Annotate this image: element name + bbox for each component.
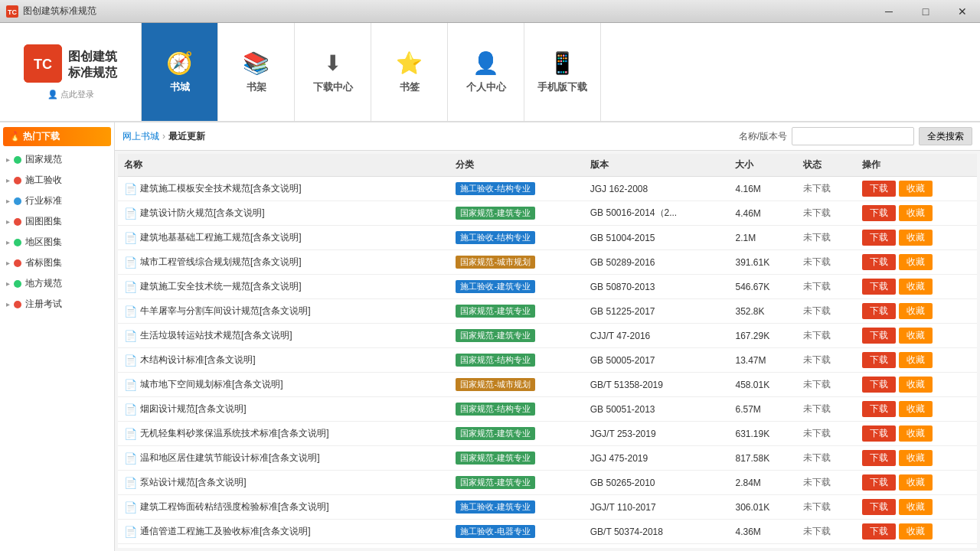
cell-status: 未下载: [797, 495, 855, 520]
download-center-icon: ⬇: [324, 51, 341, 76]
login-link[interactable]: 👤 点此登录: [47, 89, 94, 100]
cell-version: GB/T 51358-2019: [584, 373, 730, 397]
search-button[interactable]: 全类搜索: [919, 127, 972, 145]
table-row: 📄木结构设计标准[含条文说明]国家规范-结构专业GB 50005-201713.…: [118, 348, 977, 373]
sidebar-item-construction[interactable]: ▸ 施工验收: [0, 170, 114, 191]
collect-button[interactable]: 收藏: [899, 279, 933, 295]
file-icon: 📄: [124, 403, 137, 416]
sidebar-dot: [14, 280, 21, 288]
table-header: 名称 分类 版本 大小 状态 操作: [118, 154, 977, 177]
download-button[interactable]: 下载: [862, 181, 896, 197]
logo-icon: TC: [24, 44, 62, 83]
download-button[interactable]: 下载: [862, 303, 896, 319]
tab-download-center[interactable]: ⬇ 下载中心: [295, 23, 371, 121]
collect-button[interactable]: 收藏: [899, 425, 933, 442]
sidebar-item-provincial[interactable]: ▸ 省标图集: [0, 253, 114, 273]
collect-button[interactable]: 收藏: [899, 181, 933, 197]
category-badge: 国家规范-城市规划: [456, 378, 535, 391]
category-badge: 国家规范-城市规划: [456, 256, 535, 269]
sidebar-dot: [14, 259, 21, 267]
cell-version: GB 50051-2013: [584, 397, 730, 422]
download-button[interactable]: 下载: [862, 254, 896, 270]
download-button[interactable]: 下载: [862, 450, 896, 466]
collect-button[interactable]: 收藏: [899, 254, 933, 270]
category-badge: 国家规范-建筑专业: [456, 305, 535, 318]
download-button[interactable]: 下载: [862, 230, 896, 246]
tab-mobile[interactable]: 📱 手机版下载: [524, 23, 601, 121]
table-row: 📄无机轻集料砂浆保温系统技术标准[含条文说明]国家规范-建筑专业JGJ/T 25…: [118, 422, 977, 446]
logo-area: TC 图创建筑 标准规范 👤 点此登录: [0, 23, 142, 121]
download-button[interactable]: 下载: [862, 401, 896, 417]
download-button[interactable]: 下载: [862, 279, 896, 295]
cell-name: 📄城市地下空间规划标准[含条文说明]: [118, 373, 449, 397]
cell-action: 下载收藏: [856, 373, 977, 397]
tab-bookmark[interactable]: ⭐ 书签: [371, 23, 448, 121]
breadcrumb-home[interactable]: 网上书城: [122, 130, 159, 143]
table-row: 📄建筑工程饰面砖粘结强度检验标准[含条文说明]施工验收-建筑专业JGJ/T 11…: [118, 495, 977, 520]
category-badge: 国家规范-建筑专业: [456, 452, 535, 465]
download-button[interactable]: 下载: [862, 425, 896, 442]
sidebar-item-national[interactable]: ▸ 国家规范: [0, 149, 114, 170]
sidebar-item-registration[interactable]: ▸ 注册考试: [0, 294, 114, 315]
sidebar-item-atlas[interactable]: ▸ 国图图集: [0, 211, 114, 232]
sidebar-item-industry[interactable]: ▸ 行业标准: [0, 191, 114, 211]
maximize-button[interactable]: □: [908, 0, 943, 23]
collect-button[interactable]: 收藏: [899, 205, 933, 221]
close-button[interactable]: ✕: [945, 0, 980, 23]
cell-status: 未下载: [797, 422, 855, 446]
file-name: 牛羊屠宰与分割车间设计规范[含条文说明]: [140, 305, 311, 318]
cell-action: 下载收藏: [856, 250, 977, 275]
table-row: 📄烟囱设计规范[含条文说明]国家规范-结构专业GB 50051-20136.57…: [118, 397, 977, 422]
collect-button[interactable]: 收藏: [899, 499, 933, 515]
tab-bookstore[interactable]: 🧭 书城: [142, 23, 218, 121]
download-button[interactable]: 下载: [862, 474, 896, 491]
cell-action: 下载收藏: [856, 177, 977, 201]
sidebar: 🔥 热门下载 ▸ 国家规范 ▸ 施工验收 ▸ 行业标准: [0, 122, 115, 551]
collect-button[interactable]: 收藏: [899, 230, 933, 246]
tab-personal[interactable]: 👤 个人中心: [448, 23, 524, 121]
cell-category: 施工验收-结构专业: [449, 177, 583, 201]
download-button[interactable]: 下载: [862, 328, 896, 344]
collect-button[interactable]: 收藏: [899, 523, 933, 540]
collect-button[interactable]: 收藏: [899, 401, 933, 417]
cell-version: JGJ 162-2008: [584, 177, 730, 201]
download-button[interactable]: 下载: [862, 523, 896, 540]
download-button[interactable]: 下载: [862, 499, 896, 515]
cell-category: 国家规范-城市规划: [449, 373, 583, 397]
download-button[interactable]: 下载: [862, 377, 896, 393]
file-name: 建筑设计防火规范[含条文说明]: [140, 207, 265, 220]
sidebar-label-regional: 地区图集: [25, 236, 108, 249]
collect-button[interactable]: 收藏: [899, 474, 933, 491]
download-button[interactable]: 下载: [862, 205, 896, 221]
collect-button[interactable]: 收藏: [899, 328, 933, 344]
tab-shelf[interactable]: 📚 书架: [218, 23, 295, 121]
sidebar-item-local[interactable]: ▸ 地方规范: [0, 273, 114, 294]
cell-size: 4.36M: [729, 520, 797, 544]
sidebar-item-regional[interactable]: ▸ 地区图集: [0, 232, 114, 253]
col-version: 版本: [584, 154, 730, 177]
arrow-icon: ▸: [6, 176, 10, 184]
minimize-button[interactable]: ─: [871, 0, 906, 23]
sidebar-label-local: 地方规范: [25, 277, 108, 290]
breadcrumb: 网上书城 › 最近更新: [122, 130, 205, 143]
category-badge: 施工验收-结构专业: [456, 231, 535, 244]
cell-status: 未下载: [797, 226, 855, 250]
collect-button[interactable]: 收藏: [899, 352, 933, 368]
logo-text-area: 图创建筑 标准规范: [68, 49, 117, 81]
cell-size: 2.84M: [729, 471, 797, 495]
download-button[interactable]: 下载: [862, 352, 896, 368]
collect-button[interactable]: 收藏: [899, 450, 933, 466]
file-icon: 📄: [124, 452, 137, 465]
collect-button[interactable]: 收藏: [899, 377, 933, 393]
cell-version: GB 51225-2017: [584, 299, 730, 324]
category-badge: 国家规范-建筑专业: [456, 207, 535, 220]
app-container: TC 图创建筑 标准规范 👤 点此登录 🧭 书城 📚 书架: [0, 23, 980, 551]
collect-button[interactable]: 收藏: [899, 303, 933, 319]
cell-status: 未下载: [797, 520, 855, 544]
search-input[interactable]: [792, 127, 914, 145]
cell-size: 458.01K: [729, 373, 797, 397]
svg-text:TC: TC: [34, 57, 52, 72]
shelf-icon: 📚: [243, 51, 270, 76]
col-category: 分类: [449, 154, 583, 177]
login-text: 点此登录: [60, 89, 94, 100]
